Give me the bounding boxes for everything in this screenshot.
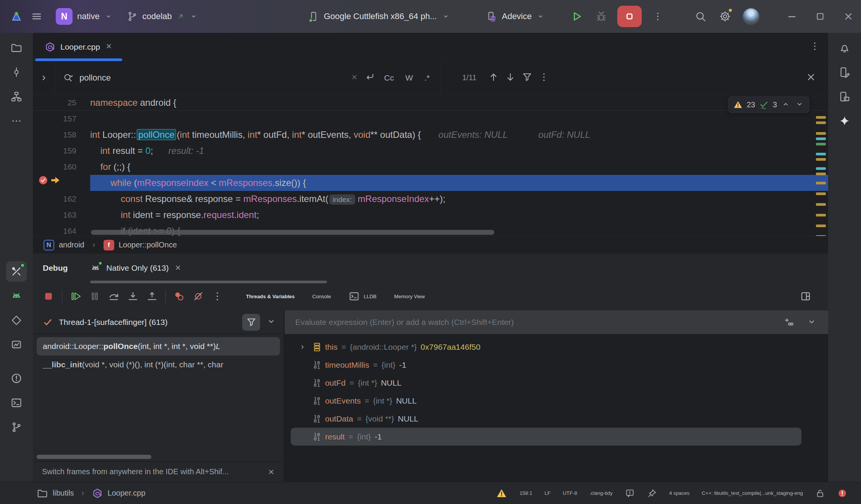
code-line-160[interactable]: 160 for (;;) { [33, 159, 828, 175]
rail-problems-button[interactable] [6, 368, 27, 389]
evaluate-history-button[interactable] [806, 316, 817, 329]
tab-lldb[interactable]: LLDB [341, 287, 384, 306]
search-filter-button[interactable] [521, 71, 533, 84]
expand-search-button[interactable] [33, 61, 55, 94]
whole-words-toggle[interactable]: W [402, 71, 416, 85]
tab-threads-variables[interactable]: Threads & Variables [238, 290, 302, 303]
variable-row-outData[interactable]: 1001outData={void **}NULL [291, 410, 801, 428]
todo-widget[interactable] [625, 488, 635, 498]
stripe-mark[interactable] [816, 167, 826, 170]
analysis-warning-icon[interactable] [496, 488, 507, 499]
tab-memory-view[interactable]: Memory View [387, 290, 432, 303]
frames-scrollbar[interactable] [37, 455, 151, 459]
maximize-button[interactable] [808, 5, 833, 27]
run-button[interactable] [566, 6, 587, 27]
variable-row-outFd[interactable]: 1001outFd={int *}NULL [291, 374, 801, 392]
search-everywhere-button[interactable] [690, 6, 711, 27]
line-number[interactable]: 25 [33, 95, 90, 110]
line-number[interactable]: 162 [33, 191, 90, 207]
debug-run-button[interactable] [591, 6, 612, 27]
code-line-25[interactable]: 25namespace android { [33, 95, 828, 111]
tab-options-button[interactable] [809, 40, 821, 53]
lock-widget[interactable] [815, 488, 825, 498]
rail-project-folder-button[interactable] [6, 37, 27, 58]
variable-row-this[interactable]: this={android::Looper *}0x7967aa146f50 [291, 338, 801, 356]
step-over-button[interactable] [104, 287, 123, 306]
match-case-toggle[interactable]: Cc [381, 71, 397, 85]
view-breakpoints-button[interactable] [170, 287, 189, 306]
stop-process-button[interactable] [39, 287, 58, 306]
line-number[interactable]: 157 [33, 111, 90, 127]
pause-button[interactable] [85, 287, 104, 306]
stripe-mark[interactable] [816, 121, 826, 124]
rail-more-button[interactable] [6, 111, 27, 131]
horizontal-scrollbar[interactable] [91, 230, 494, 235]
breadcrumb-namespace[interactable]: N android [44, 240, 84, 250]
previous-occurrence-button[interactable] [488, 71, 499, 84]
code-editor[interactable]: 25namespace android {157158int Looper::p… [33, 95, 828, 236]
close-window-button[interactable] [836, 5, 861, 27]
editor-tab-looper-cpp[interactable]: C Looper.cpp [35, 33, 122, 61]
more-actions-button[interactable] [647, 6, 668, 27]
search-field[interactable]: pollonce Cc W .* [55, 61, 441, 94]
mute-breakpoints-button[interactable] [189, 287, 208, 306]
thread-filter-button[interactable] [242, 314, 260, 331]
clang-tidy-widget[interactable]: .clang-tidy [589, 490, 613, 496]
rail-app-insights-button[interactable] [6, 310, 27, 331]
variable-row-outEvents[interactable]: 1001outEvents={int *}NULL [291, 392, 801, 410]
code-line-161[interactable]: while (mResponseIndex < mResponses.size(… [33, 175, 828, 191]
code-line-158[interactable]: 158int Looper::pollOnce(int timeoutMilli… [33, 127, 828, 143]
frame-row[interactable]: android::Looper::pollOnce(int, int *, in… [37, 337, 280, 355]
layout-settings-button[interactable] [796, 287, 815, 306]
stripe-mark[interactable] [816, 225, 826, 227]
pin-widget[interactable] [647, 488, 657, 498]
rail-device-manager-button[interactable] [834, 62, 855, 82]
close-session-button[interactable] [174, 263, 182, 273]
close-tab-button[interactable] [105, 42, 113, 52]
variable-row-result[interactable]: 1001result={int}-1 [291, 428, 801, 446]
rail-terminal-button[interactable] [6, 393, 27, 413]
user-avatar[interactable] [743, 8, 759, 25]
debug-tabs-scrollbar[interactable] [90, 281, 327, 283]
step-into-button[interactable] [123, 287, 142, 306]
rail-running-devices-button[interactable] [834, 86, 855, 107]
toolchain-widget[interactable]: C++: libutils_test_compile|...unk_stagin… [702, 490, 803, 496]
expand-chevron-icon[interactable] [298, 343, 307, 351]
stripe-mark[interactable] [816, 143, 826, 145]
caret-position-widget[interactable]: 158:1 [520, 490, 532, 496]
code-line-157[interactable]: 157 [33, 111, 828, 127]
thread-selector[interactable]: Thread-1-[surfaceflinger] (613) [33, 310, 284, 334]
settings-button[interactable] [714, 6, 736, 27]
step-out-button[interactable] [142, 287, 162, 306]
stripe-mark[interactable] [816, 203, 826, 206]
clear-search-button[interactable] [350, 73, 359, 82]
minimize-button[interactable] [779, 5, 804, 27]
breadcrumb-function[interactable]: f Looper::pollOnce [104, 240, 177, 250]
line-number[interactable]: 164 [33, 223, 90, 236]
new-line-button[interactable] [364, 71, 375, 84]
line-number[interactable]: 158 [33, 127, 90, 143]
code-line-159[interactable]: 159 int result = 0;result: -1 [33, 143, 828, 159]
code-line-163[interactable]: 163 int ident = response.request.ident; [33, 207, 828, 223]
error-notification-button[interactable] [837, 488, 847, 498]
debug-window-title[interactable]: Debug [43, 263, 68, 273]
line-number[interactable]: 159 [33, 143, 90, 159]
stop-button[interactable] [617, 6, 642, 27]
device-selector[interactable]: Google Cuttlefish x86_64 ph... [303, 5, 455, 27]
stripe-mark[interactable] [816, 137, 826, 140]
tab-console[interactable]: Console [304, 290, 338, 303]
search-query[interactable]: pollonce [79, 73, 345, 83]
stripe-mark[interactable] [816, 173, 826, 175]
vcs-branch-button[interactable]: codelab [121, 5, 203, 27]
variable-row-timeoutMillis[interactable]: 1001timeoutMillis={int}-1 [291, 356, 801, 374]
statusbar-breadcrumb[interactable]: libutils C Looper.cpp [37, 488, 146, 499]
regex-toggle[interactable]: .* [421, 71, 433, 85]
breakpoint-gutter[interactable] [33, 175, 90, 191]
rail-profiler-button[interactable] [6, 334, 27, 355]
encoding-widget[interactable]: UTF-8 [563, 490, 577, 496]
evaluate-expression-bar[interactable]: Evaluate expression (Enter) or add a wat… [285, 310, 828, 334]
stripe-mark[interactable] [816, 132, 826, 135]
debug-session-tab[interactable]: Native Only (613) [90, 262, 182, 274]
thread-dropdown-button[interactable] [265, 316, 277, 328]
line-number[interactable]: 163 [33, 207, 90, 223]
